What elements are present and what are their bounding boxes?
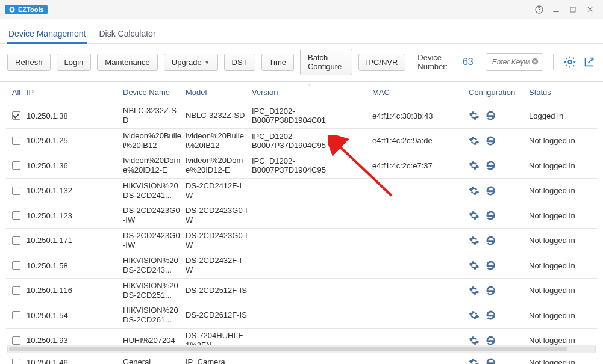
- cell-ip: 10.250.1.46: [27, 358, 123, 364]
- col-all[interactable]: All: [12, 88, 20, 97]
- browser-icon[interactable]: [486, 260, 496, 271]
- cell-mac: e4:f1:4c:30:3b:43: [372, 111, 469, 120]
- batch-configure-button[interactable]: Batch Configure: [300, 49, 352, 75]
- browser-icon[interactable]: [486, 210, 496, 221]
- table-row[interactable]: 10.250.1.38NBLC-3232Z-SDNBLC-3232Z-SDIPC…: [6, 103, 597, 129]
- ipc-nvr-button[interactable]: IPC/NVR: [358, 54, 406, 71]
- row-checkbox[interactable]: [12, 137, 20, 145]
- cell-version: IPC_D1202-B0007P37D1904C95: [252, 156, 372, 174]
- table-row[interactable]: 10.250.1.25Ivideon%20Bullet%20IB12Ivideo…: [6, 129, 597, 154]
- cell-status: Not logged in: [529, 186, 597, 195]
- time-button[interactable]: Time: [261, 54, 294, 71]
- table-row[interactable]: 10.250.1.116HIKVISION%20DS-2CD251...DS-2…: [6, 279, 597, 304]
- cell-device-name: HIKVISION%20DS-2CD241...: [123, 181, 186, 201]
- cell-configuration: [469, 135, 529, 146]
- settings-button[interactable]: [563, 53, 576, 71]
- gear-icon[interactable]: [469, 160, 480, 171]
- gear-icon[interactable]: [469, 235, 480, 246]
- gear-icon[interactable]: [469, 110, 480, 121]
- horizontal-scrollbar[interactable]: [7, 345, 596, 353]
- row-checkbox[interactable]: [12, 286, 20, 295]
- svg-point-9: [568, 60, 572, 64]
- toolbar-separator: [553, 54, 554, 70]
- cell-model: DS-2CD2512F-IS: [186, 286, 252, 295]
- cell-ip: 10.250.1.54: [27, 311, 123, 320]
- cell-device-name: NBLC-3232Z-SD: [123, 106, 186, 126]
- table-row[interactable]: 10.250.1.54HIKVISION%20DS-2CD261...DS-2C…: [6, 303, 597, 329]
- help-icon[interactable]: [531, 1, 548, 18]
- search-box[interactable]: [486, 53, 544, 71]
- row-checkbox[interactable]: [12, 187, 20, 195]
- gear-icon[interactable]: [469, 285, 480, 296]
- cell-configuration: [469, 185, 529, 196]
- refresh-button[interactable]: Refresh: [7, 54, 51, 71]
- col-status[interactable]: Status: [529, 88, 597, 97]
- browser-icon[interactable]: [486, 185, 496, 196]
- row-checkbox[interactable]: [12, 211, 20, 220]
- cell-status: Not logged in: [529, 358, 597, 364]
- browser-icon[interactable]: [486, 135, 496, 146]
- tab-device-management[interactable]: Device Management: [7, 25, 87, 43]
- cell-status: Not logged in: [529, 261, 597, 270]
- window-maximize-icon[interactable]: [564, 1, 581, 18]
- browser-icon[interactable]: [486, 310, 496, 321]
- login-button[interactable]: Login: [57, 54, 92, 71]
- browser-icon[interactable]: [486, 357, 496, 365]
- window-close-icon[interactable]: [581, 1, 598, 18]
- gear-icon[interactable]: [469, 310, 480, 321]
- table-row[interactable]: 10.250.1.171DS-2CD2423G0-IWDS-2CD2423G0-…: [6, 229, 597, 254]
- table-row[interactable]: 10.250.1.46GeneralIP_CameraNot logged in: [6, 353, 597, 364]
- browser-icon[interactable]: [486, 160, 496, 171]
- table-row[interactable]: 10.250.1.123DS-2CD2423G0-IWDS-2CD2423G0-…: [6, 203, 597, 229]
- cell-status: Not logged in: [529, 336, 597, 345]
- dst-button[interactable]: DST: [224, 54, 255, 71]
- browser-icon[interactable]: [486, 110, 496, 121]
- browser-icon[interactable]: [486, 235, 496, 246]
- sort-indicator-icon: ⌄: [307, 81, 312, 87]
- export-button[interactable]: [583, 53, 596, 71]
- cell-ip: 10.250.1.123: [27, 211, 123, 220]
- maintenance-button[interactable]: Maintenance: [97, 54, 157, 71]
- gear-icon[interactable]: [469, 135, 480, 146]
- table-row[interactable]: 10.250.1.58HIKVISION%20DS-2CD243...DS-2C…: [6, 253, 597, 279]
- col-model[interactable]: Model: [186, 88, 252, 97]
- search-input[interactable]: [491, 57, 531, 67]
- svg-point-3: [539, 11, 539, 11]
- gear-icon[interactable]: [469, 260, 480, 271]
- col-version[interactable]: Version: [252, 88, 372, 97]
- upgrade-label: Upgrade: [172, 58, 202, 67]
- tab-disk-calculator[interactable]: Disk Calculator: [98, 25, 157, 43]
- cell-status: Not logged in: [529, 211, 597, 220]
- col-configuration[interactable]: Configuration: [469, 88, 529, 97]
- cell-device-name: Ivideon%20Dome%20ID12-E: [123, 156, 186, 176]
- row-checkbox[interactable]: [12, 161, 20, 170]
- cell-ip: 10.250.1.116: [27, 286, 123, 295]
- table-header: All IP Device Name Model Version MAC Con…: [6, 82, 597, 103]
- caret-down-icon: ▼: [204, 59, 210, 66]
- row-checkbox[interactable]: [12, 111, 20, 120]
- row-checkbox[interactable]: [12, 311, 20, 319]
- col-ip[interactable]: IP: [27, 88, 123, 97]
- cell-mac: e4:f1:4c:2c:9a:de: [372, 136, 469, 145]
- col-device-name[interactable]: Device Name: [123, 88, 186, 97]
- cell-model: DS-2CD2432F-IW: [186, 256, 252, 276]
- table-row[interactable]: 10.250.1.132HIKVISION%20DS-2CD241...DS-2…: [6, 179, 597, 204]
- gear-icon[interactable]: [469, 357, 480, 365]
- gear-icon[interactable]: [469, 185, 480, 196]
- row-checkbox[interactable]: [12, 236, 20, 245]
- upgrade-button[interactable]: Upgrade ▼: [164, 54, 218, 71]
- row-checkbox[interactable]: [12, 261, 20, 270]
- scrollbar-thumb[interactable]: [9, 347, 567, 351]
- gear-icon[interactable]: [469, 210, 480, 221]
- toolbar: Refresh Login Maintenance Upgrade ▼ DST …: [0, 44, 603, 82]
- window-minimize-icon[interactable]: [548, 1, 564, 18]
- table-row[interactable]: 10.250.1.36Ivideon%20Dome%20ID12-EIvideo…: [6, 153, 597, 179]
- search-clear-icon[interactable]: [531, 57, 539, 67]
- col-mac[interactable]: MAC: [372, 88, 469, 97]
- browser-icon[interactable]: [486, 285, 496, 296]
- row-checkbox[interactable]: [12, 336, 20, 345]
- cell-status: Not logged in: [529, 236, 597, 245]
- cell-model: DS-2CD2412F-IW: [186, 181, 252, 201]
- cell-ip: 10.250.1.93: [27, 336, 123, 345]
- row-checkbox[interactable]: [12, 359, 20, 365]
